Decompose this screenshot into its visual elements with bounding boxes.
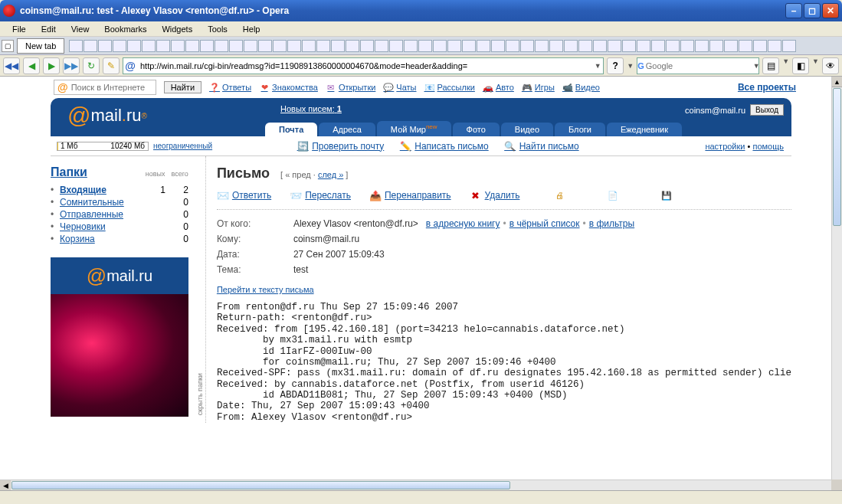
chevron-down-icon[interactable]: ▼ (782, 57, 789, 74)
tab-blogs[interactable]: Блоги (555, 123, 605, 136)
folder-name[interactable]: Корзина (60, 234, 143, 244)
all-projects-link[interactable]: Все проекты (738, 82, 834, 93)
service-auto[interactable]: 🚗Авто (483, 82, 514, 93)
add-to-filters-link[interactable]: в фильтры (589, 218, 634, 229)
search-bar[interactable]: G ▼ (637, 57, 759, 74)
next-link[interactable]: след » (318, 170, 343, 179)
fast-forward-button[interactable]: ▶▶ (63, 57, 80, 74)
thumb-icon[interactable] (578, 40, 592, 52)
thumb-icon[interactable] (637, 40, 650, 52)
thumb-icon[interactable] (549, 40, 563, 52)
thumb-icon[interactable] (127, 40, 141, 52)
tab-mymir[interactable]: Мой Мирnew (377, 121, 451, 136)
thumb-icon[interactable] (739, 40, 752, 52)
vertical-scrollbar[interactable]: ▲ ▼ (831, 77, 842, 490)
mailru-banner[interactable]: @mail.ru (51, 257, 188, 294)
ad-banner[interactable] (51, 294, 188, 417)
tab-mail[interactable]: Почта (265, 123, 317, 136)
folder-name[interactable]: Сомнительные (60, 197, 143, 208)
thumb-icon[interactable] (782, 40, 796, 52)
thumb-icon[interactable] (215, 40, 228, 52)
address-input[interactable] (137, 61, 592, 70)
logout-button[interactable]: Выход (750, 104, 784, 116)
folder-name[interactable]: Черновики (60, 221, 143, 232)
add-to-addressbook-link[interactable]: в адресную книгу (426, 218, 500, 229)
thumb-icon[interactable] (433, 40, 447, 52)
thumb-icon[interactable] (520, 40, 534, 52)
menu-view[interactable]: View (64, 23, 97, 35)
thumb-icon[interactable] (258, 40, 272, 52)
back-button[interactable]: ◀◀ (3, 57, 20, 74)
horizontal-scrollbar[interactable]: ◀ (0, 479, 831, 490)
chevron-down-icon[interactable]: ▼ (812, 57, 819, 74)
wand-button[interactable]: ✎ (103, 57, 120, 74)
thumb-icon[interactable] (608, 40, 621, 52)
new-messages-link[interactable]: Новых писем: 1 (280, 104, 342, 113)
check-mail-link[interactable]: 🔄Проверить почту (297, 140, 384, 152)
mail-search-button[interactable]: Найти (164, 81, 201, 93)
find-mail-link[interactable]: 🔍Найти письмо (504, 140, 579, 152)
thumb-icon[interactable] (753, 40, 767, 52)
thumb-icon[interactable] (302, 40, 316, 52)
thumb-icon[interactable] (418, 40, 432, 52)
tab-addresses[interactable]: Адреса (319, 123, 375, 136)
binoculars-button[interactable]: 👁 (822, 57, 839, 74)
tab-diary[interactable]: Ежедневник (607, 123, 682, 136)
service-cards[interactable]: ✉Открытки (326, 82, 375, 93)
folder-name[interactable]: Отправленные (60, 209, 143, 220)
menu-bookmarks[interactable]: Bookmarks (97, 23, 154, 35)
thumb-icon[interactable] (113, 40, 126, 52)
address-dropdown-icon[interactable]: ▼ (592, 62, 603, 70)
reload-button[interactable]: ↻ (83, 57, 100, 74)
service-dating[interactable]: ❤Знакомства (259, 82, 318, 93)
service-games[interactable]: 🎮Игры (522, 82, 555, 93)
search-dropdown-icon[interactable]: ▼ (753, 62, 760, 70)
thumb-icon[interactable] (622, 40, 636, 52)
folders-title[interactable]: Папки (51, 165, 146, 179)
forward-link[interactable]: Переслать (305, 190, 351, 201)
thumb-icon[interactable] (447, 40, 461, 52)
print-icon[interactable]: 🖨 (553, 189, 565, 201)
thumb-icon[interactable] (593, 40, 607, 52)
menu-widgets[interactable]: Widgets (154, 23, 200, 35)
folder-row[interactable]: •Входящие12 (51, 184, 188, 196)
thumb-icon[interactable] (185, 40, 199, 52)
reply-link[interactable]: Ответить (232, 190, 271, 201)
service-chats[interactable]: 💬Чаты (383, 82, 416, 93)
forward-button[interactable]: ▶ (43, 57, 60, 74)
address-bar[interactable]: @ ▼ (123, 57, 604, 74)
help-link[interactable]: помощь (752, 142, 784, 151)
thumb-icon[interactable] (404, 40, 418, 52)
thumb-icon[interactable] (680, 40, 694, 52)
delete-link[interactable]: Удалить (485, 190, 520, 201)
add-to-blacklist-link[interactable]: в чёрный список (509, 218, 580, 229)
thumb-icon[interactable] (389, 40, 403, 52)
thumb-icon[interactable] (724, 40, 738, 52)
thumb-icon[interactable] (360, 40, 374, 52)
service-answers[interactable]: ❓Ответы (209, 82, 251, 93)
goto-text-link[interactable]: Перейти к тексту письма (217, 285, 314, 294)
thumb-icon[interactable] (375, 40, 388, 52)
thumb-icon[interactable] (229, 40, 243, 52)
mail-logo[interactable]: @mail.ru® (51, 103, 147, 136)
thumb-icon[interactable] (171, 40, 185, 52)
back-arrow-button[interactable]: ◀ (23, 57, 40, 74)
thumb-icon[interactable] (695, 40, 709, 52)
save-icon[interactable]: 💾 (660, 189, 673, 201)
scroll-up-arrow[interactable]: ▲ (832, 77, 842, 87)
folder-name[interactable]: Входящие (60, 185, 143, 195)
folder-row[interactable]: •Корзина0 (51, 233, 188, 245)
scroll-thumb[interactable] (833, 88, 841, 226)
thumb-icon[interactable] (535, 40, 549, 52)
thumb-icon[interactable] (156, 40, 170, 52)
service-video[interactable]: 📹Видео (562, 82, 600, 93)
thumb-icon[interactable] (200, 40, 214, 52)
new-tab-button[interactable]: ▢ (2, 40, 14, 52)
scroll-left-arrow[interactable]: ◀ (0, 480, 11, 490)
thumb-icon[interactable] (331, 40, 345, 52)
folder-row[interactable]: •Сомнительные0 (51, 196, 188, 208)
thumb-icon[interactable] (506, 40, 519, 52)
thumb-icon[interactable] (564, 40, 578, 52)
thumb-icon[interactable] (477, 40, 490, 52)
menu-edit[interactable]: Edit (34, 23, 64, 35)
